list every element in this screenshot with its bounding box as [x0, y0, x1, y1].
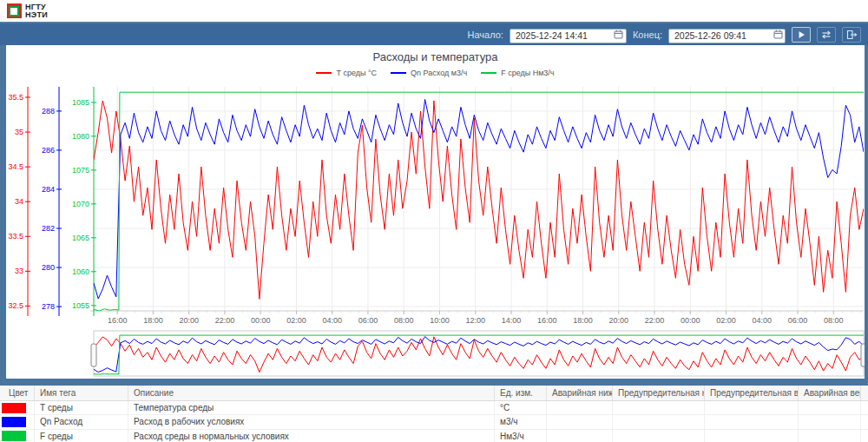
table-cell — [613, 401, 705, 414]
x-axis-tick-label: 08:00 — [824, 316, 844, 325]
table-cell — [705, 401, 799, 414]
tags-table: ЦветИмя тегаОписаниеЕд. изм.Аварийная ни… — [0, 386, 868, 442]
export-button[interactable] — [842, 27, 861, 43]
y-axis-tick-label: 1085 — [72, 98, 89, 107]
legend-label: Qn Расход м3/ч — [411, 69, 467, 77]
table-row[interactable]: Т средыТемпература среды°C — [0, 401, 868, 415]
y-axis-tick-label: 284 — [42, 185, 55, 194]
legend-item-t-sredy[interactable]: Т среды °C — [316, 69, 377, 77]
y-axis-q: 288286284282280278 — [42, 87, 62, 316]
table-cell — [547, 430, 613, 442]
table-cell — [547, 415, 613, 428]
play-button[interactable] — [792, 27, 811, 43]
x-axis-tick-label: 20:00 — [608, 316, 628, 325]
main-chart-svg[interactable]: 16:0018:0020:0022:0000:0002:0004:0006:00… — [6, 45, 865, 379]
y-axis-tick-label: 33 — [15, 267, 23, 275]
table-cell: Температура среды — [128, 401, 495, 414]
x-axis: 16:0018:0020:0022:0000:0002:0004:0006:00… — [90, 311, 864, 325]
start-datetime-input[interactable] — [510, 29, 627, 43]
y-axis-tick-label: 32.5 — [8, 301, 23, 310]
x-axis-tick-label: 14:00 — [502, 316, 522, 325]
table-cell — [613, 430, 705, 442]
table-header-cell[interactable]: Предупредительная верхняя — [705, 386, 799, 400]
x-axis-tick-label: 00:00 — [251, 316, 271, 325]
chart-legend: Т среды °C Qn Расход м3/ч F среды Нм3/ч — [6, 69, 865, 77]
legend-label: Т среды °C — [336, 69, 377, 77]
table-cell — [799, 430, 861, 442]
end-calendar-icon[interactable] — [772, 29, 784, 40]
x-axis-tick-label: 04:00 — [322, 316, 342, 325]
legend-line-icon — [316, 72, 332, 74]
play-icon — [796, 30, 806, 40]
x-axis-tick-label: 04:00 — [752, 316, 772, 325]
y-axis-f: 1085108010751070106510601055 — [72, 87, 96, 316]
x-axis-tick-label: 18:00 — [143, 316, 163, 325]
chart-title: Расходы и температура — [6, 50, 865, 63]
x-axis-tick-label: 16:00 — [537, 316, 557, 325]
table-cell — [705, 415, 799, 428]
y-axis-tick-label: 286 — [42, 146, 55, 155]
color-cell — [0, 430, 35, 442]
table-cell — [613, 415, 705, 428]
table-body: Т средыТемпература среды°CQn РасходРасхо… — [0, 401, 868, 442]
table-header-cell[interactable]: Имя тега — [35, 386, 128, 400]
series-color-swatch — [2, 403, 26, 413]
table-header-cell[interactable]: Аварийная верхняя — [799, 386, 861, 400]
color-cell — [0, 401, 35, 414]
navigator[interactable] — [91, 331, 865, 376]
table-header-row: ЦветИмя тегаОписаниеЕд. изм.Аварийная ни… — [0, 386, 868, 401]
x-axis-tick-label: 20:00 — [179, 316, 199, 325]
repeat-button[interactable] — [817, 27, 836, 43]
x-axis-tick-label: 18:00 — [573, 316, 593, 325]
navigator-box[interactable] — [94, 331, 864, 376]
table-cell: Qn Расход — [35, 415, 128, 428]
table-cell: F среды — [35, 430, 128, 442]
table-cell: Расход среды в нормальных условиях — [128, 430, 495, 442]
legend-line-icon — [481, 72, 496, 74]
table-cell — [547, 401, 613, 414]
table-row[interactable]: F средыРасход среды в нормальных условия… — [0, 430, 868, 442]
toolbar: Начало: Конец: — [0, 23, 868, 45]
table-cell: °C — [495, 401, 547, 414]
end-datetime-input[interactable] — [668, 29, 786, 43]
y-axis-t: 35.53534.53433.53332.5 — [8, 87, 30, 316]
navigator-left-handle[interactable] — [91, 344, 96, 366]
legend-item-f-sredy[interactable]: F среды Нм3/ч — [481, 69, 554, 77]
brand-bar: НГТУ НЭТИ — [0, 0, 868, 23]
table-header-cell[interactable]: Описание — [128, 386, 495, 400]
y-axis-tick-label: 34.5 — [8, 162, 23, 171]
navigator-right-handle[interactable] — [861, 344, 865, 366]
y-axis-tick-label: 33.5 — [8, 232, 23, 241]
table-header-cell[interactable]: Предупредительная нижняя — [613, 386, 705, 400]
table-header-cell[interactable]: Аварийная нижняя — [547, 386, 613, 400]
y-axis-tick-label: 1080 — [72, 132, 89, 141]
table-cell — [705, 430, 799, 442]
table-cell: м3/ч — [495, 415, 547, 428]
y-axis-tick-label: 1065 — [72, 234, 89, 242]
start-calendar-icon[interactable] — [613, 29, 625, 40]
x-axis-tick-label: 02:00 — [716, 316, 736, 325]
x-axis-tick-label: 02:00 — [286, 316, 306, 325]
x-axis-tick-label: 12:00 — [465, 316, 485, 325]
x-axis-tick-label: 06:00 — [358, 316, 378, 325]
y-axis-tick-label: 280 — [42, 263, 55, 272]
plot-area[interactable] — [94, 87, 864, 311]
series-color-swatch — [2, 417, 26, 427]
table-header-cell[interactable]: Ед. изм. — [495, 386, 547, 400]
x-axis-tick-label: 22:00 — [215, 316, 235, 325]
y-axis-tick-label: 1060 — [72, 267, 89, 276]
y-axis-tick-label: 282 — [42, 224, 55, 233]
university-logo-icon — [7, 3, 22, 18]
x-axis-tick-label: 10:00 — [430, 316, 450, 325]
logo-text: НГТУ НЭТИ — [25, 3, 48, 19]
end-datetime-label: Конец: — [633, 30, 662, 40]
y-axis-tick-label: 1075 — [72, 166, 89, 175]
x-axis-tick-label: 00:00 — [681, 316, 700, 325]
y-axis-tick-label: 288 — [42, 107, 55, 115]
table-header-cell[interactable]: Цвет — [0, 386, 35, 400]
legend-item-qn-rashod[interactable]: Qn Расход м3/ч — [391, 69, 467, 77]
table-cell — [799, 401, 861, 414]
table-row[interactable]: Qn РасходРасход в рабочих условияхм3/ч — [0, 415, 868, 429]
y-axis-tick-label: 35.5 — [8, 93, 23, 102]
color-cell — [0, 415, 35, 428]
